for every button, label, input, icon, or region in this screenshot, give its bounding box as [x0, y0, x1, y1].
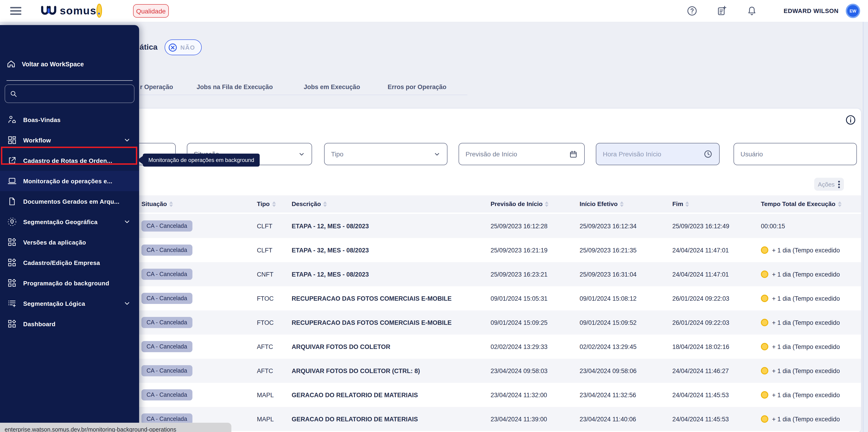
- cell-previsao-inicio: 25/09/2023 16:21:19: [491, 238, 548, 262]
- user-name[interactable]: EDWARD WILSON: [784, 0, 839, 22]
- sort-icon: [323, 201, 327, 207]
- home-icon: [6, 59, 16, 69]
- x-circle-icon: [168, 42, 178, 52]
- auto-update-toggle-label: NÃO: [180, 44, 195, 51]
- sidebar-search[interactable]: [5, 84, 134, 103]
- cell-tempo-total: + 1 dia (Tempo excedido: [761, 286, 858, 311]
- cell-previsao-inicio: 02/02/2024 13:29:33: [491, 335, 548, 359]
- cell-descricao: RECUPERACAO DAS FOTOS COMERCIAIS E-MOBIL…: [292, 311, 452, 335]
- sidebar-item-tooltip: Monitoração de operações em background: [143, 153, 260, 167]
- map-pin-icon: [7, 217, 17, 226]
- somus-logo: somus.: [41, 5, 102, 17]
- grid-diamond-icon: [7, 319, 17, 328]
- sidebar-item-boas-vindas[interactable]: Boas-Vindas: [0, 110, 139, 130]
- filter-hora-previsao-time[interactable]: Hora Previsão Início: [596, 143, 720, 165]
- sidebar-item-cadastro-edicao-empresa[interactable]: Cadastro/Edição Empresa: [0, 253, 139, 273]
- status-badge: CA - Cancelada: [142, 359, 192, 383]
- filter-usuario-input[interactable]: Usuário: [734, 143, 857, 165]
- tab-jobs-por-operacao[interactable]: r Operação: [140, 84, 173, 90]
- grid-diamond-icon: [7, 258, 17, 267]
- chevron-down-icon: [434, 150, 440, 157]
- sidebar-item-dashboard[interactable]: Dashboard: [0, 314, 139, 334]
- cell-inicio-efetivo: 23/04/2024 11:40:06: [580, 407, 636, 431]
- sidebar-item-versoes-aplicacao[interactable]: Versões da aplicação: [0, 232, 139, 253]
- cell-inicio-efetivo: 09/01/2024 15:09:52: [580, 311, 637, 335]
- cell-descricao: ARQUIVAR FOTOS DO COLETOR: [292, 335, 391, 359]
- cell-fim: 24/04/2024 11:47:01: [672, 262, 729, 286]
- sidebar-item-documentos-gerados[interactable]: Documentos Gerados em Arqu...: [0, 191, 139, 211]
- cell-tipo: CLFT: [257, 214, 272, 238]
- tab-erros-por-operacao[interactable]: Erros por Operação: [388, 84, 446, 90]
- table-row[interactable]: CA - Cancelada AFTC ARQUIVAR FOTOS DO CO…: [123, 359, 861, 383]
- warning-dot-icon: [761, 343, 768, 350]
- acoes-button-label: Ações: [818, 181, 835, 188]
- cell-inicio-efetivo: 23/04/2024 09:58:06: [580, 359, 637, 383]
- cell-tipo: FTOC: [257, 311, 274, 335]
- column-header-descricao[interactable]: Descrição: [292, 195, 327, 212]
- table-row[interactable]: CA - Cancelada FTOC RECUPERACAO DAS FOTO…: [123, 311, 861, 335]
- column-header-fim[interactable]: Fim: [672, 195, 689, 212]
- sidebar: Voltar ao WorkSpace Boas-Vindas Workflow…: [0, 25, 139, 427]
- sidebar-item-workflow[interactable]: Workflow: [0, 130, 139, 150]
- cell-fim: 24/04/2024 11:47:01: [672, 238, 729, 262]
- warning-dot-icon: [761, 367, 768, 374]
- tab-jobs-em-execucao[interactable]: Jobs em Execução: [304, 84, 360, 90]
- new-document-icon[interactable]: [716, 6, 727, 16]
- sidebar-item-label: Monitoração de operações e...: [23, 177, 112, 184]
- sidebar-item-label: Dashboard: [23, 320, 55, 327]
- auto-update-toggle[interactable]: NÃO: [165, 39, 202, 55]
- table-row[interactable]: CA - Cancelada CLFT ETAPA - 32, MES - 08…: [123, 238, 861, 262]
- hamburger-menu-icon[interactable]: [10, 7, 21, 15]
- sidebar-item-programacao-background[interactable]: Programação do background: [0, 273, 139, 293]
- table-row[interactable]: CA - Cancelada MAPL GERACAO DO RELATORIO…: [123, 383, 861, 407]
- warning-dot-icon: [761, 295, 768, 302]
- tab-jobs-na-fila-de-execucao[interactable]: Jobs na Fila de Execução: [196, 84, 273, 90]
- avatar[interactable]: EW: [846, 4, 860, 18]
- table-row[interactable]: CA - Cancelada FTOC RECUPERACAO DAS FOTO…: [123, 286, 861, 311]
- cell-inicio-efetivo: 02/02/2024 13:29:45: [580, 335, 637, 359]
- sidebar-item-monitoracao-operacoes[interactable]: Monitoração de operações e...: [0, 171, 139, 191]
- cell-inicio-efetivo: 25/09/2023 16:12:34: [580, 214, 637, 238]
- cell-tipo: AFTC: [257, 335, 273, 359]
- table-row[interactable]: CA - Cancelada CLFT ETAPA - 12, MES - 08…: [123, 214, 861, 238]
- cell-tempo-total: 00:00:15: [761, 214, 858, 238]
- cell-fim: 18/04/2024 18:02:16: [672, 335, 730, 359]
- warning-dot-icon: [761, 270, 768, 278]
- filter-previsao-inicio-date[interactable]: Previsão de Início: [459, 143, 585, 165]
- back-to-workspace[interactable]: Voltar ao WorkSpace: [6, 58, 84, 70]
- sidebar-item-label: Segmentação Geográfica: [23, 218, 98, 225]
- filter-tipo-select[interactable]: Tipo: [324, 143, 447, 165]
- chevron-down-icon: [123, 218, 131, 226]
- sidebar-item-segmentacao-logica[interactable]: Segmentação Lógica: [0, 293, 139, 314]
- sort-icon: [838, 201, 841, 207]
- sidebar-item-label: Boas-Vindas: [23, 116, 61, 123]
- scrollbar[interactable]: [863, 22, 868, 432]
- cell-tempo-total: + 1 dia (Tempo excedido: [761, 311, 858, 335]
- column-header-tempo-total[interactable]: Tempo Total de Execução: [761, 195, 841, 212]
- cell-tipo: FTOC: [257, 286, 274, 311]
- acoes-button[interactable]: Ações: [814, 178, 844, 191]
- cell-fim: 26/01/2024 09:22:03: [672, 311, 730, 335]
- chevron-down-icon: [123, 300, 131, 307]
- sidebar-item-label: Cadastro de Rotas de Orden...: [23, 157, 112, 164]
- column-header-previsao-inicio[interactable]: Previsão de Início: [491, 195, 549, 212]
- help-icon[interactable]: [687, 6, 698, 16]
- notifications-bell-icon[interactable]: [746, 6, 757, 16]
- cell-descricao: ETAPA - 12, MES - 08/2023: [292, 262, 369, 286]
- table-row[interactable]: CA - Cancelada MAPL GERACAO DO RELATORIO…: [123, 407, 861, 431]
- column-header-situacao[interactable]: Situação: [142, 195, 173, 212]
- warning-dot-icon: [761, 247, 768, 254]
- info-icon[interactable]: [845, 115, 856, 125]
- calendar-icon: [569, 150, 578, 159]
- column-header-inicio-efetivo[interactable]: Início Efetivo: [580, 195, 624, 212]
- sidebar-item-label: Versões da aplicação: [23, 239, 86, 246]
- table-row[interactable]: CA - Cancelada CNFT ETAPA - 12, MES - 08…: [123, 262, 861, 286]
- sidebar-item-cadastro-rotas[interactable]: Cadastro de Rotas de Orden...: [0, 150, 139, 171]
- cell-fim: 25/09/2023 16:12:49: [672, 214, 730, 238]
- sidebar-item-segmentacao-geografica[interactable]: Segmentação Geográfica: [0, 211, 139, 232]
- column-header-tipo[interactable]: Tipo: [257, 195, 276, 212]
- sort-icon: [620, 201, 624, 207]
- table-header: Situação Tipo Descrição Previsão de Iníc…: [123, 195, 861, 212]
- sidebar-search-input[interactable]: [21, 90, 129, 98]
- table-row[interactable]: CA - Cancelada AFTC ARQUIVAR FOTOS DO CO…: [123, 335, 861, 359]
